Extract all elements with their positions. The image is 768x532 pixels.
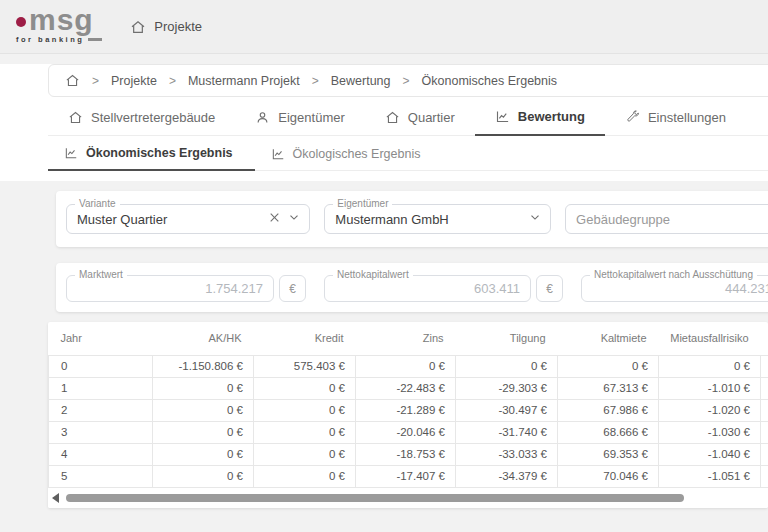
nettokapitalwert-nach-ausschuettung-label: Nettokapitalwert nach Ausschüttung — [590, 269, 757, 280]
table-cell: 0 € — [153, 465, 254, 487]
table-cell: -34.379 € — [456, 465, 558, 487]
nettokapitalwert-nach-ausschuettung-value-box: Nettokapitalwert nach Ausschüttung 444.2… — [581, 275, 768, 302]
breadcrumb-separator: > — [92, 74, 99, 88]
nettokapitalwert-nach-ausschuettung-field: Nettokapitalwert nach Ausschüttung 444.2… — [581, 275, 768, 302]
table-row: 50 €0 €-17.407 €-34.379 €70.046 €-1.051 … — [49, 465, 768, 487]
table-cell: -1.040 € — [659, 443, 761, 465]
scrollbar-thumb[interactable] — [66, 494, 684, 502]
home-icon — [385, 110, 400, 125]
table-cell: 67.986 € — [558, 399, 659, 421]
table-row: 40 €0 €-18.753 €-33.033 €69.353 €-1.040 … — [49, 443, 768, 465]
tab-stellvertretergebaeude[interactable]: Stellvertretergebäude — [48, 109, 235, 135]
marktwert-value-box: Marktwert 1.754.217 — [66, 275, 274, 302]
table-cell: 0 € — [456, 355, 558, 377]
nettokapitalwert-field: Nettokapitalwert 603.411 € — [324, 275, 563, 302]
home-icon — [130, 19, 146, 35]
chevron-down-icon[interactable] — [287, 210, 301, 228]
home-icon[interactable] — [65, 73, 80, 88]
header-zone: > Projekte > Mustermann Projekt > Bewert… — [0, 64, 768, 181]
breadcrumb-separator: > — [169, 74, 176, 88]
table-cell: -1.020 € — [659, 399, 761, 421]
table-cell: -17.407 € — [356, 465, 456, 487]
eigentuemer-select[interactable]: Eigentümer Mustermann GmbH — [324, 204, 551, 234]
table-row: 20 €0 €-21.289 €-30.497 €67.986 €-1.020 … — [49, 399, 768, 421]
line-chart-icon — [271, 147, 285, 161]
table-cell-partial — [761, 355, 768, 377]
line-chart-icon — [64, 146, 78, 160]
marktwert-field: Marktwert 1.754.217 € — [66, 275, 306, 302]
table-cell: 0 € — [153, 443, 254, 465]
tab-einstellungen[interactable]: Einstellungen — [605, 109, 746, 135]
scrollbar-track[interactable] — [66, 493, 764, 503]
table-cell: 0 € — [254, 443, 356, 465]
results-table-card: JahrAK/HKKreditZinsTilgungKaltmieteMieta… — [48, 322, 768, 508]
table-cell-partial — [761, 465, 768, 487]
main-tabs: Stellvertretergebäude Eigentümer Quartie… — [48, 109, 768, 136]
nettokapitalwert-value: 603.411 — [474, 281, 520, 296]
table-cell: 0 € — [356, 355, 456, 377]
table-cell: 0 € — [153, 421, 254, 443]
table-cell-partial — [761, 421, 768, 443]
table-cell: 5 — [49, 465, 153, 487]
tab-quartier[interactable]: Quartier — [365, 109, 475, 135]
logo-underline — [88, 38, 102, 41]
subtab-oekonomisches-ergebnis[interactable]: Ökonomisches Ergebnis — [48, 140, 255, 171]
breadcrumb-item-projekte[interactable]: Projekte — [111, 74, 157, 88]
table-cell: 0 € — [254, 377, 356, 399]
tab-label: Einstellungen — [648, 110, 726, 125]
table-cell: 0 — [49, 355, 153, 377]
variante-select[interactable]: Variante Muster Quartier — [66, 204, 310, 234]
table-cell: 69.353 € — [558, 443, 659, 465]
content-area: Variante Muster Quartier Eigentümer Must… — [0, 181, 768, 532]
home-icon — [68, 110, 83, 125]
column-header: Kredit — [254, 322, 356, 355]
tab-label: Stellvertretergebäude — [91, 110, 215, 125]
table-cell: -33.033 € — [456, 443, 558, 465]
column-header: AK/HK — [153, 322, 254, 355]
table-cell: 575.403 € — [254, 355, 356, 377]
euro-unit-box: € — [279, 275, 306, 302]
table-cell: 0 € — [153, 377, 254, 399]
table-cell-partial — [761, 377, 768, 399]
variante-value: Muster Quartier — [77, 212, 262, 227]
x-icon[interactable] — [268, 210, 281, 228]
marktwert-value: 1.754.217 — [205, 281, 263, 296]
breadcrumb-item-oekonomisches-ergebnis[interactable]: Ökonomisches Ergebnis — [422, 74, 557, 88]
table-cell: 0 € — [558, 355, 659, 377]
tab-eigentuemer[interactable]: Eigentümer — [235, 109, 364, 135]
column-header: Kaltmiete — [558, 322, 659, 355]
eigentuemer-value: Mustermann GmbH — [335, 212, 522, 227]
table-cell: 3 — [49, 421, 153, 443]
line-chart-icon — [495, 109, 510, 124]
breadcrumb-item-bewertung[interactable]: Bewertung — [331, 74, 391, 88]
subtab-label: Ökonomisches Ergebnis — [86, 146, 233, 160]
subtab-oekologisches-ergebnis[interactable]: Ökologisches Ergebnis — [255, 140, 443, 170]
table-cell: 4 — [49, 443, 153, 465]
table-cell: -1.010 € — [659, 377, 761, 399]
logo-dot-icon — [16, 17, 26, 27]
subtab-label: Ökologisches Ergebnis — [293, 147, 421, 161]
chevron-down-icon[interactable] — [528, 210, 542, 228]
table-cell: -30.497 € — [456, 399, 558, 421]
results-table: JahrAK/HKKreditZinsTilgungKaltmieteMieta… — [48, 322, 768, 488]
table-cell: -18.753 € — [356, 443, 456, 465]
column-header: Tilgung — [456, 322, 558, 355]
nettokapitalwert-value-box: Nettokapitalwert 603.411 — [324, 275, 531, 302]
topbar: msg for banking Projekte — [0, 0, 768, 54]
column-header: Mietausfallrisiko — [659, 322, 761, 355]
breadcrumb-item-mustermann-projekt[interactable]: Mustermann Projekt — [188, 74, 300, 88]
person-icon — [255, 110, 270, 125]
table-cell: 70.046 € — [558, 465, 659, 487]
tab-bewertung[interactable]: Bewertung — [475, 109, 605, 136]
gebaeudegruppe-input[interactable]: Gebäudegruppe — [565, 204, 768, 234]
table-cell: 0 € — [254, 421, 356, 443]
table-cell: 0 € — [153, 399, 254, 421]
table-row: 0-1.150.806 €575.403 €0 €0 €0 €0 € — [49, 355, 768, 377]
table-cell: 0 € — [254, 399, 356, 421]
nav-projekte[interactable]: Projekte — [130, 19, 202, 35]
nav-projekte-label: Projekte — [154, 19, 202, 34]
wrench-icon — [625, 110, 640, 125]
scroll-left-arrow-icon[interactable] — [52, 493, 59, 503]
column-header: Zins — [356, 322, 456, 355]
results-table-header-row: JahrAK/HKKreditZinsTilgungKaltmieteMieta… — [49, 322, 768, 355]
